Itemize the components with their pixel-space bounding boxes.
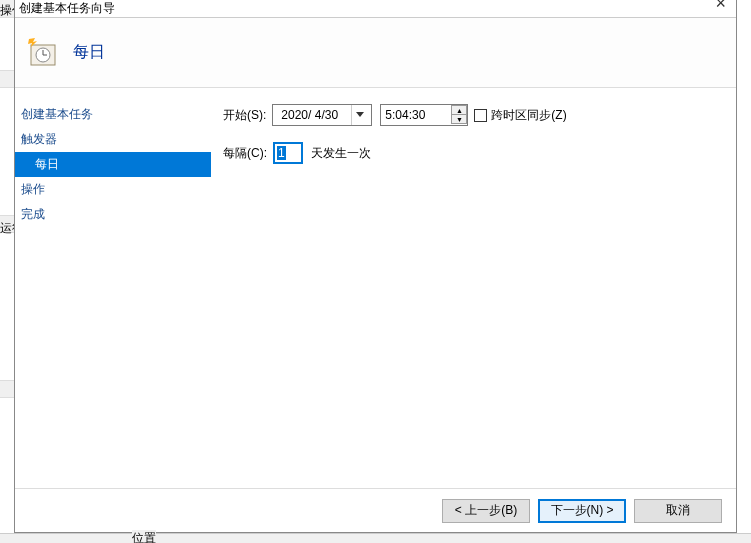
checkbox-icon [474, 109, 487, 122]
dialog-title: 创建基本任务向导 [19, 0, 115, 17]
chevron-down-icon [356, 112, 364, 118]
back-button[interactable]: < 上一步(B) [442, 499, 530, 523]
date-value: 2020/ 4/30 [277, 108, 342, 122]
interval-label: 每隔(C): [223, 145, 267, 162]
interval-value: 1 [277, 146, 286, 160]
titlebar: 创建基本任务向导 × [15, 0, 736, 18]
sidebar-item-action[interactable]: 操作 [15, 177, 211, 202]
start-time-field[interactable]: 5:04:30 ▲ ▼ [380, 104, 468, 126]
svg-marker-5 [356, 112, 364, 117]
sidebar-item-finish[interactable]: 完成 [15, 202, 211, 227]
wizard-header: 每日 [15, 18, 736, 88]
date-dropdown-button[interactable] [351, 105, 367, 125]
tz-sync-checkbox[interactable]: 跨时区同步(Z) [474, 107, 566, 124]
time-value: 5:04:30 [381, 108, 429, 122]
sidebar-item-trigger[interactable]: 触发器 [15, 127, 211, 152]
wizard-content: 开始(S): 2020/ 4/30 5:04:30 ▲ ▼ 跨时区 [211, 88, 736, 488]
bg-pos-label: 位置 [132, 530, 156, 543]
close-button[interactable]: × [711, 0, 730, 14]
next-button[interactable]: 下一步(N) > [538, 499, 626, 523]
interval-input[interactable]: 1 [273, 142, 303, 164]
calendar-spark-icon [27, 37, 59, 69]
time-spin-down[interactable]: ▼ [451, 114, 467, 124]
cancel-button[interactable]: 取消 [634, 499, 722, 523]
wizard-footer: < 上一步(B) 下一步(N) > 取消 [15, 488, 736, 532]
interval-suffix: 天发生一次 [311, 145, 371, 162]
tz-sync-label: 跨时区同步(Z) [491, 107, 566, 124]
bg-bottom-strip: 位置 [0, 533, 751, 543]
start-label: 开始(S): [223, 107, 266, 124]
time-spinner: ▲ ▼ [451, 106, 467, 124]
sidebar-item-daily[interactable]: 每日 [15, 152, 211, 177]
wizard-dialog: 创建基本任务向导 × 每日 创建基本任务 触发器 每日 操作 完成 开始(S): [14, 0, 737, 533]
sidebar-item-create-task[interactable]: 创建基本任务 [15, 102, 211, 127]
wizard-sidebar: 创建基本任务 触发器 每日 操作 完成 [15, 88, 211, 488]
page-title: 每日 [73, 42, 105, 63]
start-date-field[interactable]: 2020/ 4/30 [272, 104, 372, 126]
